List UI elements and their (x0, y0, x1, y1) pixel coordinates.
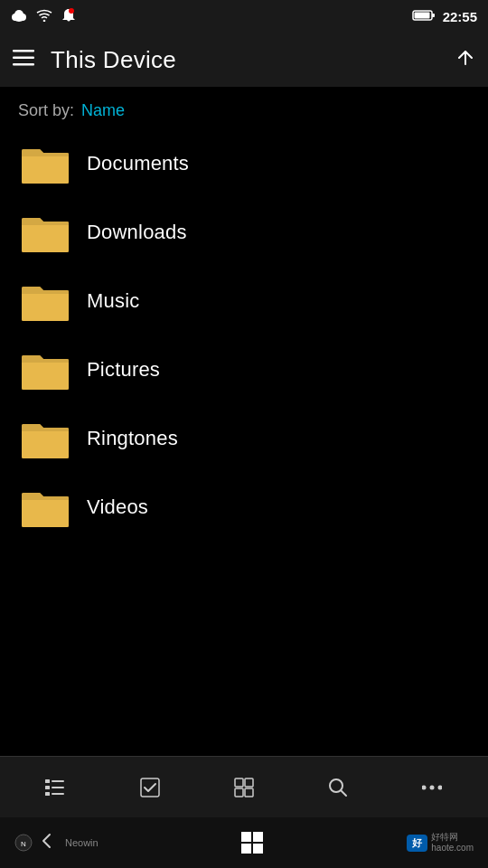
folder-name: Videos (87, 495, 148, 519)
watermark-sub: haote.com (431, 843, 474, 854)
wifi-icon (36, 9, 52, 24)
notification-icon (61, 8, 76, 25)
cloud-icon (11, 9, 27, 24)
time-display: 22:55 (443, 9, 477, 24)
list-item[interactable]: Music (0, 267, 488, 335)
folder-name: Documents (87, 152, 189, 175)
folder-icon (18, 278, 72, 325)
folder-name: Pictures (87, 358, 160, 382)
page-title: This Device (51, 46, 176, 74)
nav-bar-watermark: 好 好特网 haote.com (407, 832, 474, 854)
svg-rect-22 (245, 788, 253, 797)
windows-home-button[interactable] (239, 830, 265, 855)
svg-rect-11 (13, 63, 34, 66)
list-item[interactable]: Downloads (0, 198, 488, 267)
svg-rect-29 (241, 832, 251, 842)
list-item[interactable]: Pictures (0, 335, 488, 404)
folder-list: Documents Downloads (0, 129, 488, 542)
svg-rect-19 (235, 778, 243, 787)
list-view-button[interactable] (29, 765, 83, 810)
sort-bar: Sort by: Name (0, 87, 488, 129)
svg-rect-17 (52, 793, 64, 795)
bottom-toolbar (0, 756, 488, 817)
svg-rect-8 (432, 14, 435, 17)
header-left: This Device (13, 46, 176, 74)
svg-rect-13 (52, 780, 64, 782)
svg-point-5 (69, 8, 74, 14)
svg-rect-10 (13, 57, 34, 60)
svg-rect-9 (13, 50, 34, 52)
folder-icon (18, 140, 72, 187)
folder-name: Downloads (87, 221, 187, 244)
svg-point-26 (438, 785, 443, 789)
svg-point-4 (43, 19, 46, 21)
folder-name: Ringtones (87, 427, 178, 450)
watermark-text: 好特网 (431, 832, 474, 843)
sort-label: Sort by: (18, 101, 74, 120)
svg-rect-32 (253, 844, 263, 854)
svg-rect-20 (245, 778, 253, 787)
svg-point-3 (14, 10, 23, 19)
folder-name: Music (87, 289, 139, 313)
folder-icon (18, 484, 72, 531)
list-item[interactable]: Videos (0, 473, 488, 542)
folder-icon (18, 209, 72, 256)
svg-point-24 (422, 785, 427, 789)
nav-bar-brand: N Neowin (14, 832, 99, 854)
more-button[interactable] (405, 765, 459, 810)
svg-point-25 (430, 785, 435, 789)
search-button[interactable] (311, 765, 365, 810)
header: This Device (0, 33, 488, 87)
svg-rect-21 (235, 788, 243, 797)
folder-icon (18, 415, 72, 462)
battery-icon (412, 9, 436, 24)
svg-rect-12 (45, 779, 50, 783)
svg-rect-16 (45, 792, 50, 796)
grid-view-button[interactable] (217, 765, 271, 810)
select-button[interactable] (123, 765, 177, 810)
status-icons (11, 8, 76, 25)
svg-rect-14 (45, 786, 50, 789)
svg-rect-31 (241, 844, 251, 854)
svg-text:N: N (21, 840, 26, 848)
sort-value[interactable]: Name (81, 101, 125, 120)
status-right: 22:55 (412, 9, 477, 24)
folder-icon (18, 346, 72, 393)
nav-bar: N Neowin 好 好特网 haote.com (0, 817, 488, 868)
watermark-logo: 好 (407, 835, 427, 852)
up-button[interactable] (455, 48, 475, 72)
status-bar: 22:55 (0, 0, 488, 33)
svg-rect-30 (253, 832, 263, 842)
list-item[interactable]: Documents (0, 129, 488, 198)
list-item[interactable]: Ringtones (0, 404, 488, 473)
neowin-label: Neowin (65, 837, 99, 848)
menu-button[interactable] (13, 48, 34, 71)
svg-rect-15 (52, 787, 64, 788)
svg-rect-7 (414, 12, 429, 18)
back-button[interactable] (38, 832, 56, 854)
